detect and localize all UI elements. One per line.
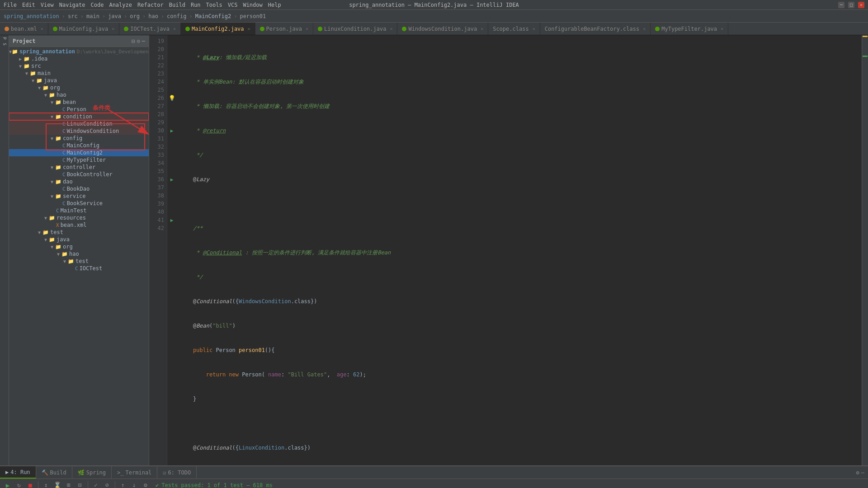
menu-file[interactable]: File [4, 2, 17, 8]
stop-button[interactable]: ■ [25, 480, 35, 488]
breadcrumb-org[interactable]: org [130, 13, 140, 19]
export-button[interactable]: ↓ [129, 480, 139, 488]
import-button[interactable]: ↑ [118, 480, 128, 488]
tree-org[interactable]: ▼ 📁 org [9, 84, 149, 91]
menu-vcs[interactable]: VCS [228, 2, 238, 8]
menu-tools[interactable]: Tools [206, 2, 222, 8]
tree-mainconfig2[interactable]: C MainConfig2 [9, 149, 149, 156]
menu-navigate[interactable]: Navigate [59, 2, 85, 8]
rerun-button[interactable]: ▶ [3, 480, 13, 488]
code-editor[interactable]: * @Lazy: 懒加载/延迟加载 * 单实例Bean: 默认在容器启动时创建对… [176, 35, 868, 465]
close-icon[interactable]: ✕ [306, 26, 308, 31]
menu-build[interactable]: Build [169, 2, 185, 8]
editor-scrollbar[interactable] [862, 35, 868, 465]
menu-analyze[interactable]: Analyze [109, 2, 132, 8]
run-gutter-icon[interactable]: ▶ [170, 128, 174, 134]
tree-java[interactable]: ▼ 📁 java [9, 77, 149, 84]
tab-scope[interactable]: Scope.class ✕ [488, 23, 540, 35]
close-icon[interactable]: ✕ [481, 26, 483, 31]
close-icon[interactable]: ✕ [721, 26, 723, 31]
tree-config[interactable]: ▼ 📁 config [9, 135, 149, 142]
tree-windowscondition[interactable]: C WindowsCondition [9, 127, 149, 135]
project-icon[interactable]: P [2, 37, 7, 39]
menu-view[interactable]: View [41, 2, 54, 8]
minimize-panel-icon[interactable]: – [142, 38, 145, 44]
tab-todo[interactable]: ☑ 6: TODO [157, 466, 197, 479]
tree-idea[interactable]: ▶ 📁 .idea [9, 55, 149, 62]
close-button[interactable]: ✕ [858, 2, 864, 8]
maximize-button[interactable]: □ [848, 2, 854, 8]
menu-bar[interactable]: File Edit View Navigate Code Analyze Ref… [4, 2, 281, 8]
collapse-all-button[interactable]: ⊟ [75, 480, 85, 488]
tree-test-folder[interactable]: ▼ 📁 test [9, 258, 149, 265]
tree-root[interactable]: ▼ 📁 spring_annotation D:\works\Java_Deve… [9, 48, 149, 55]
settings-icon[interactable]: ⚙ [856, 469, 859, 476]
tree-hao[interactable]: ▼ 📁 hao [9, 91, 149, 99]
structure-icon[interactable]: S [2, 43, 7, 45]
menu-edit[interactable]: Edit [22, 2, 35, 8]
project-name[interactable]: spring_annotation [4, 13, 59, 19]
tree-test-org[interactable]: ▼ 📁 org [9, 243, 149, 250]
sort-alpha-button[interactable]: ↕ [41, 480, 51, 488]
tab-windowscondition[interactable]: WindowsCondition.java ✕ [397, 23, 488, 35]
tab-bean-xml[interactable]: bean.xml ✕ [0, 23, 48, 35]
tab-mytypefilter[interactable]: MyTypeFilter.java ✕ [651, 23, 728, 35]
breadcrumb-src[interactable]: src [68, 13, 78, 19]
tree-controller[interactable]: ▼ 📁 controller [9, 164, 149, 171]
breadcrumb-mainconfig2[interactable]: MainConfig2 [195, 13, 231, 19]
close-icon[interactable]: ✕ [643, 26, 646, 31]
sort-duration-button[interactable]: ⌛ [52, 480, 62, 488]
tree-ioctest[interactable]: C IOCTest [9, 265, 149, 272]
tree-bookservice[interactable]: C BookService [9, 200, 149, 207]
tab-terminal[interactable]: >_ Terminal [112, 466, 157, 479]
collapse-icon[interactable]: ⊟ [132, 38, 135, 44]
settings-icon[interactable]: ⚙ [137, 38, 140, 44]
menu-run[interactable]: Run [191, 2, 201, 8]
run-gutter-icon[interactable]: ▶ [170, 217, 174, 223]
tree-maintest[interactable]: C MainTest [9, 207, 149, 214]
tree-mainconfig[interactable]: C MainConfig [9, 142, 149, 149]
tab-ioctest[interactable]: IOCTest.java ✕ [119, 23, 181, 35]
menu-refactor[interactable]: Refactor [137, 2, 164, 8]
tree-bookdao[interactable]: C BookDao [9, 185, 149, 192]
breadcrumb-java[interactable]: java [108, 13, 121, 19]
window-controls[interactable]: ─ □ ✕ [838, 2, 864, 8]
breadcrumb-config[interactable]: config [167, 13, 186, 19]
minimize-panel-icon[interactable]: – [861, 469, 864, 476]
minimize-button[interactable]: ─ [838, 2, 844, 8]
editor-content[interactable]: 19 20 21 22 23 24 25 26 27 28 29 30 31 3… [149, 35, 868, 465]
close-icon[interactable]: ✕ [533, 26, 535, 31]
tree-src[interactable]: ▼ 📁 src [9, 62, 149, 70]
close-icon[interactable]: ✕ [390, 26, 392, 31]
breadcrumb-main[interactable]: main [86, 13, 99, 19]
tree-bookcontroller[interactable]: C BookController [9, 171, 149, 178]
close-icon[interactable]: ✕ [248, 26, 250, 31]
close-icon[interactable]: ✕ [173, 26, 176, 31]
breadcrumb-hao[interactable]: hao [148, 13, 158, 19]
tab-linuxcondition[interactable]: LinuxCondition.java ✕ [313, 23, 397, 35]
tab-configurablebeanfactory[interactable]: ConfigurableBeanFactory.class ✕ [540, 23, 651, 35]
close-icon[interactable]: ✕ [41, 26, 43, 31]
show-passed-button[interactable]: ✓ [91, 480, 101, 488]
tab-mainconfig[interactable]: MainConfig.java ✕ [48, 23, 119, 35]
tab-spring[interactable]: 🌿 Spring [72, 466, 112, 479]
tab-mainconfig2[interactable]: MainConfig2.java ✕ [181, 23, 255, 35]
tree-test-hao[interactable]: ▼ 📁 hao [9, 250, 149, 258]
menu-help[interactable]: Help [268, 2, 281, 8]
filter-button[interactable]: ⊘ [102, 480, 112, 488]
bulb-icon[interactable]: 💡 [169, 95, 175, 101]
tree-condition[interactable]: ▼ 📁 condition [9, 113, 149, 120]
menu-window[interactable]: Window [243, 2, 262, 8]
tree-test-java[interactable]: ▼ 📁 java [9, 236, 149, 243]
close-icon[interactable]: ✕ [112, 26, 114, 31]
tab-run[interactable]: ▶ 4: Run [0, 466, 36, 479]
tree-dao[interactable]: ▼ 📁 dao [9, 178, 149, 185]
breadcrumb-person01[interactable]: person01 [240, 13, 266, 19]
tree-beanxml[interactable]: X bean.xml [9, 221, 149, 229]
rerun-failed-button[interactable]: ↻ [14, 480, 24, 488]
tree-person[interactable]: C Person [9, 106, 149, 113]
tree-test[interactable]: ▼ 📁 test [9, 229, 149, 236]
tree-bean[interactable]: ▼ 📁 bean [9, 99, 149, 106]
tree-mytypefilter[interactable]: C MyTypeFilter [9, 156, 149, 164]
tree-resources[interactable]: ▼ 📁 resources [9, 214, 149, 221]
